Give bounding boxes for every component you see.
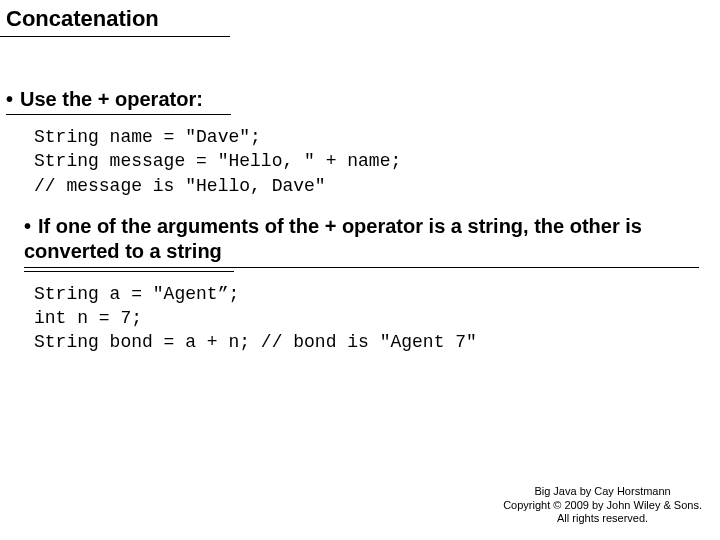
- slide: Concatenation •Use the + operator: Strin…: [0, 0, 720, 540]
- code-block-2: String a = "Agent”; int n = 7; String bo…: [6, 282, 710, 355]
- bullet-2-underline-b: [24, 271, 234, 272]
- bullet-2-text: If one of the arguments of the + operato…: [24, 215, 642, 262]
- footer: Big Java by Cay Horstmann Copyright © 20…: [503, 485, 702, 526]
- footer-line-3: All rights reserved.: [503, 512, 702, 526]
- slide-title: Concatenation: [6, 6, 159, 32]
- code-block-1: String name = "Dave"; String message = "…: [6, 125, 710, 198]
- bullet-marker-icon: •: [6, 88, 20, 111]
- bullet-1-text: Use the + operator:: [20, 88, 203, 110]
- bullet-2-underline-a: [24, 267, 699, 268]
- bullet-2: •If one of the arguments of the + operat…: [6, 214, 710, 272]
- footer-line-2: Copyright © 2009 by John Wiley & Sons.: [503, 499, 702, 513]
- bullet-marker-icon: •: [24, 214, 38, 239]
- title-underline: [0, 36, 230, 37]
- footer-line-1: Big Java by Cay Horstmann: [503, 485, 702, 499]
- bullet-1: •Use the + operator:: [6, 88, 710, 115]
- bullet-1-underline: [6, 114, 231, 115]
- slide-body: •Use the + operator: String name = "Dave…: [6, 88, 710, 371]
